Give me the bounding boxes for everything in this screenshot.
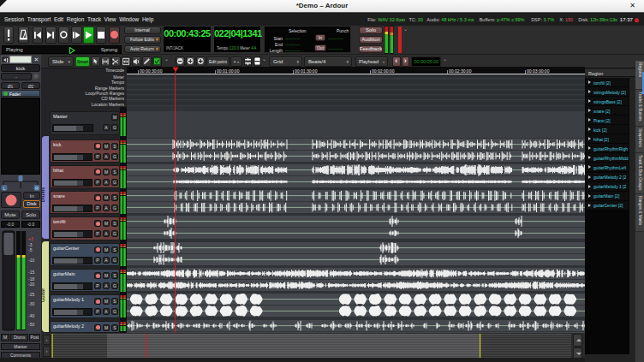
- svg-text:+3: +3: [28, 236, 33, 241]
- svg-text:-30: -30: [28, 301, 34, 306]
- svg-text:-50: -50: [28, 322, 34, 327]
- svg-text:-10: -10: [28, 258, 34, 263]
- svg-text:-40: -40: [28, 313, 34, 318]
- svg-text:R: R: [35, 186, 39, 191]
- svg-text:-20: -20: [28, 282, 34, 287]
- svg-text:-5: -5: [28, 247, 33, 252]
- svg-text:-15: -15: [28, 270, 34, 275]
- svg-text:-25: -25: [28, 292, 34, 297]
- svg-text:L: L: [3, 186, 5, 191]
